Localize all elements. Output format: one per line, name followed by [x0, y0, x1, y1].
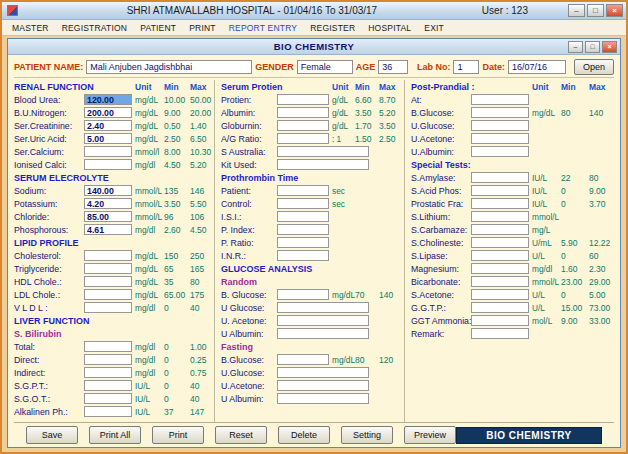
input-protien[interactable]: [277, 94, 329, 105]
input-s-g-o-t[interactable]: [84, 393, 132, 404]
maximize-button[interactable]: □: [587, 4, 604, 17]
input-s-amylase[interactable]: [471, 172, 529, 183]
menu-item-print[interactable]: PRINT: [189, 23, 216, 33]
input-albumin[interactable]: [277, 107, 329, 118]
input-alkalinen-ph[interactable]: [84, 406, 132, 417]
input-blood-urea[interactable]: 120.00: [84, 94, 132, 105]
input-remark[interactable]: [471, 328, 529, 339]
field-label: B.U.Nitrogen:: [14, 108, 84, 118]
print-button[interactable]: Print: [152, 426, 204, 444]
input-ionised-calci[interactable]: [84, 159, 132, 170]
input-prostatic-fra[interactable]: [471, 198, 529, 209]
gender-field[interactable]: Female: [297, 60, 353, 74]
menu-item-exit[interactable]: EXIT: [424, 23, 444, 33]
input-ser-creatinine[interactable]: 2.40: [84, 120, 132, 131]
input-chloride[interactable]: 85.00: [84, 211, 132, 222]
input-at[interactable]: [471, 94, 529, 105]
menu-item-report-entry[interactable]: REPORT ENTRY: [229, 23, 298, 33]
input-u-albumin[interactable]: [277, 328, 369, 339]
preview-button[interactable]: Preview: [404, 426, 456, 444]
input-phosphorous[interactable]: 4.61: [84, 224, 132, 235]
input-s-acid-phos[interactable]: [471, 185, 529, 196]
input-b-glucose[interactable]: [277, 354, 329, 365]
setting-button[interactable]: Setting: [341, 426, 393, 444]
input-u-albumin[interactable]: [277, 393, 369, 404]
close-button[interactable]: ×: [606, 4, 623, 17]
input-direct[interactable]: [84, 354, 132, 365]
input-p-ratio[interactable]: [277, 237, 329, 248]
min-column-header: Min: [561, 82, 589, 92]
input-hdl-chole[interactable]: [84, 276, 132, 287]
input-bicarbonate[interactable]: [471, 276, 529, 287]
patient-name-field[interactable]: Mali Anjuben Jagdishbhai: [86, 60, 252, 74]
menu-item-hospital[interactable]: HOSPITAL: [368, 23, 411, 33]
input-b-glucose[interactable]: [471, 107, 529, 118]
input-b-glucose[interactable]: [277, 289, 329, 300]
input-g-g-t-p[interactable]: [471, 302, 529, 313]
subwindow-close-button[interactable]: ×: [602, 41, 617, 53]
menu-item-registration[interactable]: REGISTRATION: [62, 23, 128, 33]
menu-item-master[interactable]: MASTER: [12, 23, 49, 33]
input-kit-used[interactable]: [277, 159, 369, 170]
input-total[interactable]: [84, 341, 132, 352]
test-column-2: Serum ProtienUnitMinMaxProtien:g/dL6.608…: [214, 80, 404, 422]
save-button[interactable]: Save: [26, 426, 78, 444]
input-u-glucose[interactable]: [471, 120, 529, 131]
print-all-button[interactable]: Print All: [89, 426, 141, 444]
input-globurnin[interactable]: [277, 120, 329, 131]
input-control[interactable]: [277, 198, 329, 209]
input-u-acetone[interactable]: [277, 315, 369, 326]
age-field[interactable]: 36: [378, 60, 408, 74]
input-s-cholineste[interactable]: [471, 237, 529, 248]
input-p-index[interactable]: [277, 224, 329, 235]
input-ggt-ammonia[interactable]: [471, 315, 529, 326]
input-u-acetone[interactable]: [277, 380, 369, 391]
field-row-protien: Protien:g/dL6.608.70: [221, 93, 404, 106]
menu-item-patient[interactable]: PATIENT: [140, 23, 176, 33]
input-s-carbamaze[interactable]: [471, 224, 529, 235]
input-s-lithium[interactable]: [471, 211, 529, 222]
input-ldl-chole[interactable]: [84, 289, 132, 300]
open-button[interactable]: Open: [574, 59, 614, 75]
input-cholesterol[interactable]: [84, 250, 132, 261]
input-u-glucose[interactable]: [277, 367, 369, 378]
minimize-button[interactable]: –: [568, 4, 585, 17]
input-i-s-i[interactable]: [277, 211, 329, 222]
subwindow-maximize-button[interactable]: □: [585, 41, 600, 53]
field-row-at: At:: [411, 93, 614, 106]
input-u-acetone[interactable]: [471, 133, 529, 144]
input-s-g-p-t[interactable]: [84, 380, 132, 391]
field-label: Albumin:: [221, 108, 277, 118]
input-u-glucose[interactable]: [277, 302, 369, 313]
menu-item-register[interactable]: REGISTER: [310, 23, 355, 33]
input-s-lipase[interactable]: [471, 250, 529, 261]
max-value: 10.30: [190, 147, 214, 157]
input-sodium[interactable]: 140.00: [84, 185, 132, 196]
input-ser-uric-acid[interactable]: 5.00: [84, 133, 132, 144]
input-a-g-ratio[interactable]: [277, 133, 329, 144]
input-triglyceride[interactable]: [84, 263, 132, 274]
date-field[interactable]: 16/07/16: [508, 60, 566, 74]
subwindow-minimize-button[interactable]: –: [568, 41, 583, 53]
lab-no-field[interactable]: 1: [453, 60, 479, 74]
input-indirect[interactable]: [84, 367, 132, 378]
field-label: Prostatic Fra:: [411, 199, 471, 209]
input-patient[interactable]: [277, 185, 329, 196]
input-potassium[interactable]: 4.20: [84, 198, 132, 209]
reset-button[interactable]: Reset: [215, 426, 267, 444]
field-label: U Glucose:: [221, 303, 277, 313]
input-magnesium[interactable]: [471, 263, 529, 274]
unit-label: mg/dL: [132, 121, 164, 131]
input-b-u-nitrogen[interactable]: 200.00: [84, 107, 132, 118]
input-s-australia[interactable]: [277, 146, 369, 157]
field-label: U Albumin:: [221, 329, 277, 339]
section-title: Serum Protien: [221, 82, 329, 92]
input-i-n-r[interactable]: [277, 250, 329, 261]
input-ser-calcium[interactable]: [84, 146, 132, 157]
input-v-l-d-l[interactable]: [84, 302, 132, 313]
field-label: Remark:: [411, 329, 471, 339]
min-value: 2.50: [164, 134, 190, 144]
input-u-albumin[interactable]: [471, 146, 529, 157]
delete-button[interactable]: Delete: [278, 426, 330, 444]
input-s-acetone[interactable]: [471, 289, 529, 300]
